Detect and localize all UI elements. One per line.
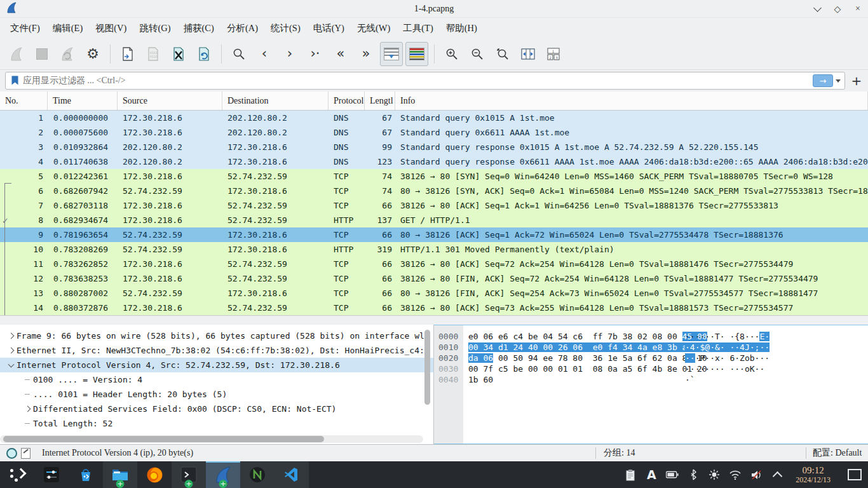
restart-capture-button[interactable] (56, 42, 79, 66)
title-bar[interactable]: 1-4.pcapng ◇ × (0, 0, 868, 18)
go-back-button[interactable]: ‹ (253, 42, 276, 66)
taskbar-file-manager-button[interactable]: + (103, 461, 137, 488)
column-header-4[interactable]: Protocol (329, 92, 365, 110)
detail-line-6[interactable]: Total Length: 52 (0, 416, 433, 431)
expand-tray-chevron-icon[interactable] (771, 468, 783, 481)
column-header-5[interactable]: Lengtl (365, 92, 395, 110)
packet-row-11[interactable]: 110.783262852172.30.218.652.74.232.59TCP… (0, 257, 868, 271)
bluetooth-icon[interactable] (687, 468, 700, 481)
menu-item-5[interactable]: 分析(A) (220, 20, 264, 37)
column-header-6[interactable]: Info (395, 92, 868, 110)
filter-dropdown-caret[interactable] (836, 79, 841, 85)
hex-row-2[interactable]: 0020da 06 00 50 94 ee 78 80 36 1e 5a 6f … (434, 353, 868, 363)
taskbar-wireshark-button[interactable]: + (206, 461, 240, 488)
tree-toggle-icon[interactable] (5, 364, 17, 367)
scrollbar-thumb[interactable] (3, 436, 324, 442)
packet-row-5[interactable]: 50.012242361172.30.218.652.74.232.59TCP7… (0, 169, 868, 184)
capture-options-button[interactable]: ⚙ (81, 42, 104, 66)
packet-row-9[interactable]: 90.78196365452.74.232.59172.30.218.6TCP6… (0, 227, 868, 242)
zoom-out-button[interactable] (466, 42, 489, 66)
packet-row-4[interactable]: 40.011740638202.120.80.2172.30.218.6DNS1… (0, 154, 868, 169)
packet-row-14[interactable]: 140.880372876172.30.218.652.74.232.59TCP… (0, 301, 868, 315)
menu-item-0[interactable]: 文件(F) (4, 20, 46, 37)
menu-item-10[interactable]: 帮助(H) (440, 20, 484, 37)
packet-row-12[interactable]: 120.783638253172.30.218.652.74.232.59TCP… (0, 271, 868, 286)
close-file-button[interactable] (167, 42, 190, 66)
menu-item-1[interactable]: 编辑(E) (46, 20, 90, 37)
taskbar-vscode-button[interactable] (275, 461, 309, 488)
packet-row-3[interactable]: 30.010932864202.120.80.2172.30.218.6DNS9… (0, 140, 868, 154)
battery-icon[interactable] (666, 468, 679, 481)
packet-row-7[interactable]: 70.682703118172.30.218.652.74.232.59TCP6… (0, 198, 868, 213)
zoom-in-button[interactable] (440, 42, 463, 66)
detail-line-1[interactable]: Ethernet II, Src: NewH3CTechno_7b:38:02 … (0, 343, 433, 358)
packet-row-8[interactable]: 80.682934674172.30.218.652.74.232.59HTTP… (0, 213, 868, 227)
hex-row-0[interactable]: 0000e0 06 e6 c4 be 04 54 c6 ff 7b 38 02 … (434, 331, 868, 342)
detail-line-5[interactable]: Differentiated Services Field: 0x00 (DSC… (0, 402, 433, 416)
maximize-button[interactable]: ◇ (832, 4, 843, 14)
start-capture-button[interactable] (5, 42, 28, 66)
menu-item-3[interactable]: 跳转(G) (133, 20, 177, 37)
tree-toggle-icon[interactable] (5, 334, 17, 338)
menu-item-8[interactable]: 无线(W) (351, 20, 397, 37)
packet-row-2[interactable]: 20.000075600172.30.218.6202.120.80.2DNS6… (0, 125, 868, 140)
packet-row-1[interactable]: 10.000000000172.30.218.6202.120.80.2DNS6… (0, 111, 868, 125)
packet-row-13[interactable]: 130.88028700252.74.232.59172.30.218.6TCP… (0, 286, 868, 301)
column-header-2[interactable]: Source (118, 92, 222, 110)
reload-file-button[interactable] (193, 42, 215, 66)
capture-comment-icon[interactable] (21, 448, 31, 459)
add-filter-button[interactable]: + (850, 73, 863, 88)
taskbar-clock[interactable]: 09:12 2024/12/13 (796, 466, 831, 484)
packet-row-6[interactable]: 60.68260794252.74.232.59172.30.218.6TCP7… (0, 184, 868, 198)
pane-splitter[interactable] (0, 315, 868, 325)
hex-row-4[interactable]: 00401b 60·` (434, 374, 868, 385)
taskbar-terminal-button[interactable]: + (172, 461, 206, 488)
display-filter-field[interactable]: → (5, 72, 845, 90)
minimize-button[interactable] (812, 4, 822, 14)
taskbar-firefox-button[interactable] (137, 461, 172, 488)
taskbar-discover-button[interactable] (69, 461, 103, 488)
keyboard-layout-icon[interactable]: A (645, 468, 658, 481)
menu-item-7[interactable]: 电话(Y) (307, 20, 351, 37)
column-header-1[interactable]: Time (48, 92, 118, 110)
detail-horizontal-scrollbar[interactable] (0, 435, 423, 443)
save-file-button[interactable]: 01010110 (142, 42, 165, 66)
zoom-reset-button[interactable] (491, 42, 514, 66)
tree-toggle-icon[interactable] (22, 407, 33, 411)
status-profile[interactable]: 配置: Default (806, 447, 868, 459)
clipboard-icon[interactable] (624, 468, 637, 481)
detail-line-2[interactable]: Internet Protocol Version 4, Src: 52.74.… (0, 358, 433, 372)
detail-line-0[interactable]: Frame 9: 66 bytes on wire (528 bits), 66… (0, 329, 433, 343)
bookmark-icon[interactable] (11, 75, 19, 86)
taskbar-neovim-button[interactable] (240, 461, 275, 488)
volume-muted-icon[interactable] (750, 468, 763, 481)
detail-vertical-scrollbar[interactable] (424, 330, 430, 405)
first-packet-button[interactable]: « (329, 42, 352, 66)
layout-chooser-button[interactable]: 123 (542, 42, 565, 66)
resize-columns-button[interactable] (517, 42, 539, 66)
menu-item-6[interactable]: 统计(S) (264, 20, 307, 37)
colorize-toggle[interactable] (405, 42, 428, 66)
close-button[interactable]: × (853, 4, 863, 14)
detail-line-3[interactable]: 0100 .... = Version: 4 (0, 372, 433, 387)
taskbar-settings-button[interactable] (34, 461, 69, 488)
hex-row-3[interactable]: 003000 7f c5 be 00 00 01 01 08 0a a5 6f … (434, 363, 868, 374)
wifi-icon[interactable] (729, 468, 742, 481)
expert-info-icon[interactable] (6, 448, 17, 459)
display-filter-input[interactable] (22, 75, 813, 86)
go-to-packet-button[interactable]: ›· (304, 42, 327, 66)
menu-item-9[interactable]: 工具(T) (397, 20, 440, 37)
brightness-icon[interactable] (708, 468, 721, 481)
hex-row-1[interactable]: 001000 34 d1 24 40 00 26 06 e0 f4 34 4a … (434, 342, 868, 353)
auto-scroll-toggle[interactable] (380, 42, 403, 66)
column-header-0[interactable]: No. (0, 92, 48, 110)
menu-item-2[interactable]: 视图(V) (89, 20, 133, 37)
show-desktop-button[interactable] (848, 469, 862, 480)
stop-capture-button[interactable] (31, 42, 53, 66)
go-forward-button[interactable]: › (278, 42, 301, 66)
detail-line-4[interactable]: .... 0101 = Header Length: 20 bytes (5) (0, 387, 433, 402)
packet-row-10[interactable]: 100.78320826952.74.232.59172.30.218.6HTT… (0, 242, 868, 257)
find-packet-button[interactable] (227, 42, 250, 66)
apply-filter-button[interactable]: → (813, 74, 833, 87)
tree-toggle-icon[interactable] (5, 348, 17, 353)
